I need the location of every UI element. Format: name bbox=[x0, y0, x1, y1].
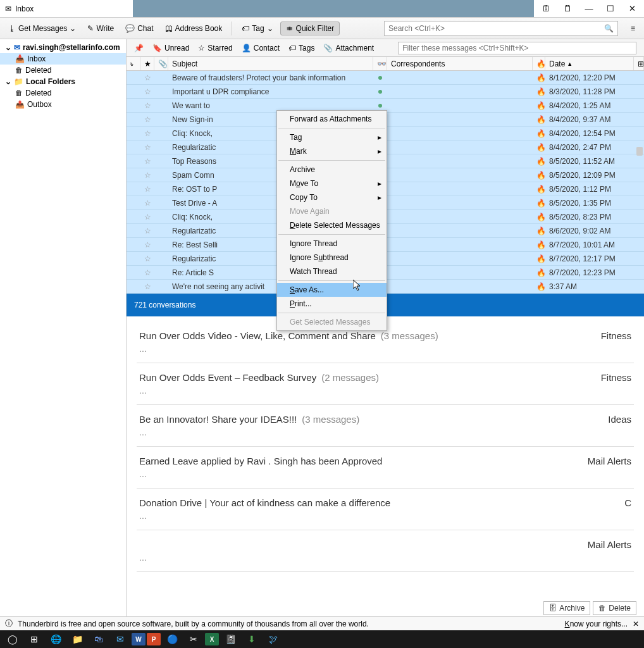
tag-label: Tag bbox=[252, 24, 264, 33]
app-menu-button[interactable]: ≡ bbox=[626, 22, 640, 35]
conversation-item[interactable]: Donation Drive | Your act of kindness ca… bbox=[137, 489, 634, 530]
calendar-icon[interactable]: 🗓 bbox=[536, 1, 555, 17]
powerpoint-icon[interactable]: P bbox=[147, 633, 161, 645]
archive-button[interactable]: 🗄Archive bbox=[543, 601, 590, 615]
message-date: 8/4/2020, 9:37 AM bbox=[545, 113, 634, 126]
subject-column[interactable]: Subject bbox=[168, 57, 373, 70]
read-column[interactable]: 👓 bbox=[373, 57, 387, 70]
folder-local-deleted[interactable]: 🗑 Deleted bbox=[0, 87, 126, 99]
filter-input[interactable] bbox=[398, 42, 636, 54]
pin-filter-button[interactable]: 📌 bbox=[130, 42, 147, 54]
search-input[interactable] bbox=[388, 24, 604, 33]
star-icon[interactable]: ☆ bbox=[140, 113, 154, 126]
tags-filter[interactable]: 🏷Tags bbox=[285, 42, 318, 54]
star-icon[interactable]: ☆ bbox=[140, 85, 154, 98]
star-icon[interactable]: ☆ bbox=[140, 71, 154, 84]
word-icon[interactable]: W bbox=[132, 633, 146, 645]
thunderbird-icon[interactable]: 🕊 bbox=[263, 632, 283, 647]
tag-button[interactable]: 🏷 Tag ⌄ bbox=[237, 21, 277, 36]
star-icon[interactable]: ☆ bbox=[140, 182, 154, 196]
close-notice-button[interactable]: ✕ bbox=[633, 620, 639, 628]
titlebar-drag[interactable] bbox=[133, 0, 534, 17]
quick-filter-button[interactable]: ⩨ Quick Filter bbox=[280, 22, 340, 35]
explorer-icon[interactable]: 📁 bbox=[67, 632, 87, 647]
chat-button[interactable]: 💬 Chat bbox=[121, 21, 158, 36]
fire-icon: 🔥 bbox=[533, 140, 545, 154]
ctx-delete-selected[interactable]: Delete Selected Messages bbox=[277, 218, 387, 232]
star-icon[interactable]: ☆ bbox=[140, 280, 154, 293]
contact-filter[interactable]: 👤Contact bbox=[238, 42, 283, 54]
ctx-archive[interactable]: Archive bbox=[277, 163, 387, 177]
star-icon[interactable]: ☆ bbox=[140, 127, 154, 140]
start-button[interactable]: ◯ bbox=[3, 632, 23, 647]
chat-label: Chat bbox=[137, 24, 153, 33]
conversation-item[interactable]: Earned Leave applied by Ravi . Singh has… bbox=[137, 447, 634, 489]
message-row[interactable]: ☆Important u DPR compliance🔥8/3/2020, 11… bbox=[127, 85, 644, 99]
ctx-tag[interactable]: Tag▸ bbox=[277, 130, 387, 144]
date-column[interactable]: Date▲ bbox=[545, 57, 634, 70]
star-icon[interactable]: ☆ bbox=[140, 168, 154, 182]
message-row[interactable]: ☆Beware of fraudsters! Protect your bank… bbox=[127, 71, 644, 85]
ctx-mark[interactable]: Mark▸ bbox=[277, 144, 387, 158]
ctx-move-to[interactable]: Move To▸ bbox=[277, 177, 387, 190]
ctx-ignore-subthread[interactable]: Ignore Subthread bbox=[277, 251, 387, 265]
maximize-button[interactable]: ☐ bbox=[601, 1, 620, 17]
column-picker[interactable]: ⊞ bbox=[634, 57, 644, 70]
ctx-forward-attachments[interactable]: Forward as Attachments bbox=[277, 112, 387, 126]
star-icon[interactable]: ☆ bbox=[140, 196, 154, 209]
attachment-column[interactable]: 📎 bbox=[154, 57, 168, 70]
conversation-item[interactable]: Mail Alerts... bbox=[137, 530, 634, 572]
star-icon[interactable]: ☆ bbox=[140, 266, 154, 279]
ctx-save-as[interactable]: Save As... bbox=[277, 283, 387, 297]
snip-icon[interactable]: ✂ bbox=[183, 632, 204, 647]
star-icon[interactable]: ☆ bbox=[140, 252, 154, 265]
address-book-button[interactable]: 🕮 Address Book bbox=[161, 21, 227, 36]
unread-filter[interactable]: 🔖Unread bbox=[149, 42, 193, 54]
know-your-rights-link[interactable]: Know your rights... bbox=[565, 620, 628, 628]
excel-icon[interactable]: X bbox=[205, 633, 219, 645]
ctx-copy-to[interactable]: Copy To▸ bbox=[277, 190, 387, 204]
thread-column[interactable]: ৳ bbox=[127, 57, 140, 70]
conversation-item[interactable]: Be an Innovator! Share your IDEAS!!!(3 m… bbox=[137, 405, 634, 447]
star-icon[interactable]: ☆ bbox=[140, 154, 154, 168]
scrollbar-thumb[interactable] bbox=[636, 147, 643, 156]
tasks-icon[interactable]: 🗒 bbox=[558, 1, 577, 17]
conv-tag: Mail Alerts bbox=[588, 456, 631, 466]
write-button[interactable]: ✎ Write bbox=[83, 21, 118, 36]
conversation-item[interactable]: Run Over Odds Event – Feedback Survey(2 … bbox=[137, 363, 634, 405]
conv-title: Run Over Odds Video - View, Like, Commen… bbox=[139, 330, 376, 341]
main-toolbar: ⭳ Get Messages ⌄ ✎ Write 💬 Chat 🕮 Addres… bbox=[0, 18, 644, 39]
star-icon[interactable]: ☆ bbox=[140, 140, 154, 154]
star-icon[interactable]: ☆ bbox=[140, 238, 154, 251]
minimize-button[interactable]: — bbox=[579, 1, 598, 17]
star-icon[interactable]: ☆ bbox=[140, 210, 154, 223]
conversation-list[interactable]: Run Over Odds Video - View, Like, Commen… bbox=[127, 316, 644, 616]
delete-button[interactable]: 🗑Delete bbox=[593, 601, 636, 615]
onenote-icon[interactable]: 📓 bbox=[220, 632, 240, 647]
starred-filter[interactable]: ☆Starred bbox=[194, 42, 236, 54]
local-folders-node[interactable]: ⌄ 📁 Local Folders bbox=[0, 76, 126, 87]
get-messages-button[interactable]: ⭳ Get Messages ⌄ bbox=[4, 21, 80, 36]
task-view-button[interactable]: ⊞ bbox=[24, 632, 44, 647]
star-column[interactable]: ★ bbox=[140, 57, 154, 70]
priority-column[interactable]: 🔥 bbox=[533, 57, 545, 70]
mail-icon[interactable]: ✉ bbox=[110, 632, 130, 647]
folder-outbox[interactable]: 📤 Outbox bbox=[0, 99, 126, 110]
folder-deleted[interactable]: 🗑 Deleted bbox=[0, 65, 126, 76]
attachment-filter[interactable]: 📎Attachment bbox=[319, 42, 378, 54]
close-button[interactable]: ✕ bbox=[622, 1, 641, 17]
idm-icon[interactable]: ⬇ bbox=[242, 632, 262, 647]
star-icon[interactable]: ☆ bbox=[140, 224, 154, 237]
ctx-watch-thread[interactable]: Watch Thread bbox=[277, 265, 387, 278]
folder-inbox[interactable]: 📥 Inbox bbox=[0, 53, 126, 65]
edge-icon[interactable]: 🌐 bbox=[46, 632, 66, 647]
search-box[interactable]: 🔍 bbox=[384, 21, 618, 36]
store-icon[interactable]: 🛍 bbox=[89, 632, 109, 647]
ctx-ignore-thread[interactable]: Ignore Thread bbox=[277, 237, 387, 251]
chrome-icon[interactable]: 🔵 bbox=[162, 632, 182, 647]
correspondents-column[interactable]: Correspondents bbox=[387, 57, 533, 70]
account-node[interactable]: ⌄ ✉ ravi.singh@stellarinfo.com bbox=[0, 42, 126, 53]
search-icon[interactable]: 🔍 bbox=[604, 24, 614, 33]
ctx-print[interactable]: Print... bbox=[277, 297, 387, 311]
star-icon[interactable]: ☆ bbox=[140, 99, 154, 112]
